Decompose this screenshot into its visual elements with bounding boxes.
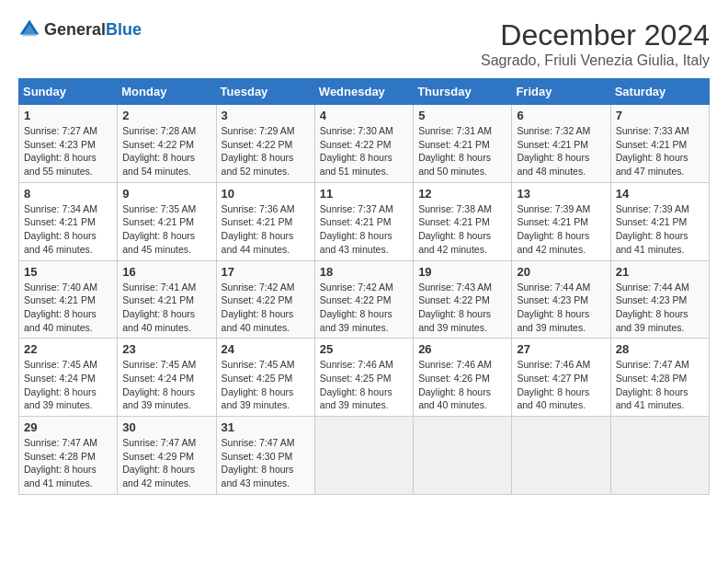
day-number: 5 (418, 109, 506, 122)
day-number: 6 (517, 109, 605, 122)
calendar-cell: 3 Sunrise: 7:29 AMSunset: 4:22 PMDayligh… (216, 105, 314, 183)
day-number: 25 (320, 342, 408, 356)
subtitle: Sagrado, Friuli Venezia Giulia, Italy (481, 52, 710, 69)
calendar-cell: 6 Sunrise: 7:32 AMSunset: 4:21 PMDayligh… (512, 105, 610, 183)
day-number: 2 (122, 109, 210, 122)
day-number: 24 (222, 342, 310, 356)
day-info: Sunrise: 7:47 AMSunset: 4:28 PMDaylight:… (616, 359, 689, 410)
calendar-cell: 7 Sunrise: 7:33 AMSunset: 4:21 PMDayligh… (610, 105, 709, 183)
calendar-cell: 21 Sunrise: 7:44 AMSunset: 4:23 PMDaylig… (610, 260, 709, 339)
calendar-cell: 11 Sunrise: 7:37 AMSunset: 4:21 PMDaylig… (314, 182, 413, 260)
day-info: Sunrise: 7:37 AMSunset: 4:21 PMDaylight:… (320, 203, 393, 255)
header: GeneralBlue December 2024 Sagrado, Friul… (18, 18, 710, 69)
day-info: Sunrise: 7:42 AMSunset: 4:22 PMDaylight:… (320, 282, 393, 333)
week-row-3: 15 Sunrise: 7:40 AMSunset: 4:21 PMDaylig… (19, 260, 710, 339)
day-header-monday: Monday (118, 79, 216, 105)
day-info: Sunrise: 7:46 AMSunset: 4:25 PMDaylight:… (320, 359, 393, 410)
day-header-tuesday: Tuesday (216, 79, 314, 105)
day-info: Sunrise: 7:45 AMSunset: 4:24 PMDaylight:… (24, 359, 97, 410)
day-number: 21 (616, 265, 704, 279)
day-header-sunday: Sunday (19, 79, 118, 105)
day-number: 10 (222, 187, 310, 201)
days-header-row: SundayMondayTuesdayWednesdayThursdayFrid… (19, 79, 710, 105)
day-info: Sunrise: 7:41 AMSunset: 4:21 PMDaylight:… (122, 282, 196, 333)
calendar-cell: 10 Sunrise: 7:36 AMSunset: 4:21 PMDaylig… (216, 182, 314, 260)
day-number: 19 (418, 265, 506, 279)
day-info: Sunrise: 7:47 AMSunset: 4:28 PMDaylight:… (24, 437, 97, 488)
day-number: 31 (222, 420, 310, 434)
day-number: 11 (320, 187, 408, 201)
calendar-cell: 14 Sunrise: 7:39 AMSunset: 4:21 PMDaylig… (610, 182, 709, 260)
logo-icon (18, 18, 40, 40)
day-info: Sunrise: 7:39 AMSunset: 4:21 PMDaylight:… (517, 203, 590, 255)
day-number: 23 (122, 342, 210, 356)
day-info: Sunrise: 7:32 AMSunset: 4:21 PMDaylight:… (517, 125, 590, 177)
day-number: 13 (517, 187, 605, 201)
day-number: 4 (320, 109, 408, 122)
day-number: 8 (24, 187, 112, 201)
day-header-wednesday: Wednesday (314, 79, 413, 105)
week-row-5: 29 Sunrise: 7:47 AMSunset: 4:28 PMDaylig… (19, 417, 710, 495)
day-info: Sunrise: 7:44 AMSunset: 4:23 PMDaylight:… (517, 282, 590, 333)
calendar-cell: 24 Sunrise: 7:45 AMSunset: 4:25 PMDaylig… (216, 339, 314, 417)
calendar-cell: 13 Sunrise: 7:39 AMSunset: 4:21 PMDaylig… (512, 182, 610, 260)
day-info: Sunrise: 7:31 AMSunset: 4:21 PMDaylight:… (418, 125, 492, 177)
day-info: Sunrise: 7:46 AMSunset: 4:27 PMDaylight:… (517, 359, 590, 410)
logo-blue: Blue (106, 20, 142, 39)
day-number: 14 (616, 187, 704, 201)
day-info: Sunrise: 7:35 AMSunset: 4:21 PMDaylight:… (122, 203, 196, 255)
day-info: Sunrise: 7:36 AMSunset: 4:21 PMDaylight:… (222, 203, 295, 255)
day-info: Sunrise: 7:45 AMSunset: 4:25 PMDaylight:… (222, 359, 295, 410)
day-number: 1 (24, 109, 112, 122)
calendar-cell: 27 Sunrise: 7:46 AMSunset: 4:27 PMDaylig… (512, 339, 610, 417)
calendar-cell (414, 417, 512, 495)
day-header-thursday: Thursday (414, 79, 512, 105)
day-info: Sunrise: 7:38 AMSunset: 4:21 PMDaylight:… (418, 203, 492, 255)
calendar-cell (314, 417, 413, 495)
calendar-cell: 31 Sunrise: 7:47 AMSunset: 4:30 PMDaylig… (216, 417, 314, 495)
day-number: 16 (122, 265, 210, 279)
day-info: Sunrise: 7:34 AMSunset: 4:21 PMDaylight:… (24, 203, 97, 255)
calendar-cell (610, 417, 709, 495)
calendar-cell (512, 417, 610, 495)
day-header-friday: Friday (512, 79, 610, 105)
day-header-saturday: Saturday (610, 79, 709, 105)
day-number: 28 (616, 342, 704, 356)
calendar-cell: 29 Sunrise: 7:47 AMSunset: 4:28 PMDaylig… (19, 417, 118, 495)
day-info: Sunrise: 7:27 AMSunset: 4:23 PMDaylight:… (24, 125, 97, 177)
day-info: Sunrise: 7:44 AMSunset: 4:23 PMDaylight:… (616, 282, 689, 333)
logo: GeneralBlue (18, 18, 142, 40)
day-info: Sunrise: 7:30 AMSunset: 4:22 PMDaylight:… (320, 125, 393, 177)
day-info: Sunrise: 7:39 AMSunset: 4:21 PMDaylight:… (616, 203, 689, 255)
main-title: December 2024 (481, 18, 710, 52)
calendar-cell: 5 Sunrise: 7:31 AMSunset: 4:21 PMDayligh… (414, 105, 512, 183)
calendar-cell: 30 Sunrise: 7:47 AMSunset: 4:29 PMDaylig… (118, 417, 216, 495)
calendar-cell: 16 Sunrise: 7:41 AMSunset: 4:21 PMDaylig… (118, 260, 216, 339)
calendar-cell: 2 Sunrise: 7:28 AMSunset: 4:22 PMDayligh… (118, 105, 216, 183)
week-row-2: 8 Sunrise: 7:34 AMSunset: 4:21 PMDayligh… (19, 182, 710, 260)
title-area: December 2024 Sagrado, Friuli Venezia Gi… (481, 18, 710, 69)
day-number: 22 (24, 342, 112, 356)
day-info: Sunrise: 7:40 AMSunset: 4:21 PMDaylight:… (24, 282, 97, 333)
calendar-cell: 17 Sunrise: 7:42 AMSunset: 4:22 PMDaylig… (216, 260, 314, 339)
day-info: Sunrise: 7:33 AMSunset: 4:21 PMDaylight:… (616, 125, 689, 177)
calendar-table: SundayMondayTuesdayWednesdayThursdayFrid… (18, 78, 710, 495)
day-number: 26 (418, 342, 506, 356)
calendar-cell: 20 Sunrise: 7:44 AMSunset: 4:23 PMDaylig… (512, 260, 610, 339)
day-info: Sunrise: 7:42 AMSunset: 4:22 PMDaylight:… (222, 282, 295, 333)
day-info: Sunrise: 7:28 AMSunset: 4:22 PMDaylight:… (122, 125, 196, 177)
calendar-cell: 18 Sunrise: 7:42 AMSunset: 4:22 PMDaylig… (314, 260, 413, 339)
week-row-4: 22 Sunrise: 7:45 AMSunset: 4:24 PMDaylig… (19, 339, 710, 417)
logo-text: GeneralBlue (44, 20, 142, 40)
calendar-cell: 4 Sunrise: 7:30 AMSunset: 4:22 PMDayligh… (314, 105, 413, 183)
day-number: 9 (122, 187, 210, 201)
day-number: 18 (320, 265, 408, 279)
day-number: 30 (122, 420, 210, 434)
day-number: 17 (222, 265, 310, 279)
day-info: Sunrise: 7:46 AMSunset: 4:26 PMDaylight:… (418, 359, 492, 410)
day-number: 20 (517, 265, 605, 279)
day-number: 12 (418, 187, 506, 201)
calendar-cell: 1 Sunrise: 7:27 AMSunset: 4:23 PMDayligh… (19, 105, 118, 183)
calendar-cell: 22 Sunrise: 7:45 AMSunset: 4:24 PMDaylig… (19, 339, 118, 417)
calendar-cell: 15 Sunrise: 7:40 AMSunset: 4:21 PMDaylig… (19, 260, 118, 339)
